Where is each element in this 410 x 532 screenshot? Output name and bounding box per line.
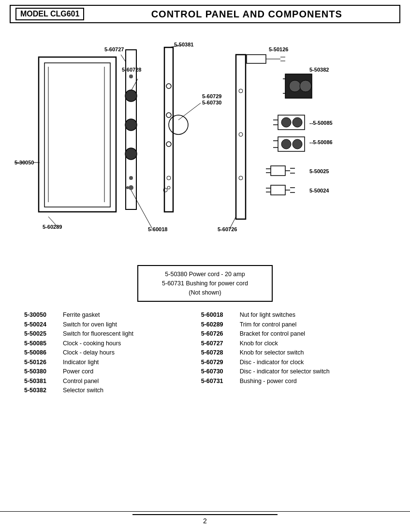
svg-line-16 xyxy=(132,79,138,90)
part-desc: Bushing - power cord xyxy=(240,377,386,386)
svg-point-9 xyxy=(125,119,137,131)
svg-point-38 xyxy=(289,80,301,92)
svg-rect-1 xyxy=(44,63,110,207)
part-number: 5-50381 xyxy=(24,377,63,386)
part-desc: Selector switch xyxy=(63,386,201,396)
svg-point-39 xyxy=(300,80,311,92)
part-number: 5-60730 xyxy=(201,367,240,377)
diagram-area: 5-60289 5-30050 5-60727 5-60728 xyxy=(10,28,400,260)
svg-point-24 xyxy=(167,186,170,189)
part-number: 5-60731 xyxy=(201,377,240,386)
svg-point-20 xyxy=(166,113,171,118)
svg-rect-28 xyxy=(236,55,246,219)
part-desc: Switch for fluorescent light xyxy=(63,329,201,339)
header: MODEL CLG601 CONTROL PANEL AND COMPONENT… xyxy=(10,5,400,23)
label-5-60728: 5-60728 xyxy=(122,67,141,73)
svg-line-15 xyxy=(121,55,126,62)
part-desc: Ferrite gasket xyxy=(63,310,201,320)
part-number: 5-50382 xyxy=(24,386,63,396)
note-line3: (Not shown) xyxy=(144,288,266,297)
svg-point-14 xyxy=(126,186,129,189)
svg-point-49 xyxy=(293,139,302,149)
model-label: MODEL CLG601 xyxy=(15,8,84,20)
parts-diagram: 5-60289 5-30050 5-60727 5-60728 xyxy=(10,28,400,260)
table-row: 5-50085Clock - cooking hours5-60727Knob … xyxy=(24,339,386,349)
svg-point-48 xyxy=(281,139,291,149)
part-number: 5-60289 xyxy=(201,320,240,330)
svg-point-10 xyxy=(125,148,137,160)
part-desc: Indicator light xyxy=(63,358,201,368)
svg-point-13 xyxy=(129,185,133,190)
part-desc: Power cord xyxy=(63,367,201,377)
svg-point-21 xyxy=(166,142,171,147)
label-5-50085: --5-50085 xyxy=(309,120,333,126)
part-desc: Nut for light switches xyxy=(240,310,386,320)
footer: 2 xyxy=(0,511,410,525)
table-row: 5-30050Ferrite gasket5-60018Nut for ligh… xyxy=(24,310,386,320)
part-desc: Clock - delay hours xyxy=(63,348,201,358)
svg-line-27 xyxy=(178,103,201,120)
svg-point-44 xyxy=(293,118,302,127)
table-row: 5-50025Switch for fluorescent light5-607… xyxy=(24,329,386,339)
part-number: 5-60729 xyxy=(201,358,240,368)
part-desc: Knob for selector switch xyxy=(240,348,386,358)
label-5-50381: 5-50381 xyxy=(174,42,193,47)
svg-rect-18 xyxy=(164,47,173,212)
label-5-60730: 5-60730 xyxy=(202,100,221,105)
part-number: 5-50025 xyxy=(24,329,63,339)
svg-point-30 xyxy=(239,133,243,136)
part-desc: Trim for control panel xyxy=(240,320,386,330)
part-desc: Control panel xyxy=(63,377,201,386)
part-number: 5-60018 xyxy=(201,310,240,320)
svg-rect-33 xyxy=(247,55,266,63)
part-desc: Clock - cooking hours xyxy=(63,339,201,349)
svg-point-23 xyxy=(167,176,171,180)
label-5-60726: 5-60726 xyxy=(218,226,237,232)
svg-rect-52 xyxy=(271,166,285,176)
label-5-50024: 5-50024 xyxy=(309,188,329,193)
parts-table: 5-30050Ferrite gasket5-60018Nut for ligh… xyxy=(24,310,386,396)
part-desc: Disc - indicator for selector switch xyxy=(240,367,386,377)
page-container: MODEL CLG601 CONTROL PANEL AND COMPONENT… xyxy=(0,0,410,532)
label-5-50086: --5-50086 xyxy=(309,139,333,145)
svg-point-8 xyxy=(125,90,137,102)
part-desc: Bracket for control panel xyxy=(240,329,386,339)
svg-point-22 xyxy=(169,115,188,134)
svg-point-43 xyxy=(281,118,291,127)
part-desc: Knob for clock xyxy=(240,339,386,349)
table-row: 5-50381Control panel5-60731Bushing - pow… xyxy=(24,377,386,386)
label-5-60289: 5-60289 xyxy=(43,224,62,230)
table-row: 5-50382Selector switch xyxy=(24,386,386,396)
page-title: CONTROL PANEL AND COMPONENTS xyxy=(99,9,395,20)
svg-point-19 xyxy=(166,84,171,89)
label-5-50025: 5-50025 xyxy=(309,168,329,174)
part-number: 5-50126 xyxy=(24,358,63,368)
table-row: 5-50126Indicator light5-60729Disc - indi… xyxy=(24,358,386,368)
footer-line xyxy=(132,514,278,515)
part-number: 5-60726 xyxy=(201,329,240,339)
label-5-50126: 5-50126 xyxy=(269,46,288,52)
part-number: 5-50086 xyxy=(24,348,63,358)
label-5-60729: 5-60729 xyxy=(202,93,221,99)
note-box: 5-50380 Power cord - 20 amp 5-60731 Bush… xyxy=(137,265,273,302)
svg-point-12 xyxy=(129,176,133,180)
part-number: 5-50085 xyxy=(24,339,63,349)
parts-list: 5-30050Ferrite gasket5-60018Nut for ligh… xyxy=(10,310,400,396)
part-number: 5-60728 xyxy=(201,348,240,358)
note-line1: 5-50380 Power cord - 20 amp xyxy=(144,270,266,279)
part-number: 5-30050 xyxy=(24,310,63,320)
svg-point-31 xyxy=(239,176,243,180)
note-line2: 5-60731 Bushing for power cord xyxy=(144,279,266,288)
label-5-50382: 5-50382 xyxy=(309,67,329,73)
svg-rect-58 xyxy=(271,185,285,195)
svg-point-11 xyxy=(129,74,133,78)
page-number: 2 xyxy=(203,517,207,525)
part-desc: Disc - indicator for clock xyxy=(240,358,386,368)
table-row: 5-50380Power cord5-60730Disc - indicator… xyxy=(24,367,386,377)
part-number: 5-60727 xyxy=(201,339,240,349)
table-row: 5-50024Switch for oven light5-60289Trim … xyxy=(24,320,386,330)
table-row: 5-50086Clock - delay hours5-60728Knob fo… xyxy=(24,348,386,358)
label-5-60727: 5-60727 xyxy=(104,46,124,52)
part-number: 5-50024 xyxy=(24,320,63,330)
part-desc: Switch for oven light xyxy=(63,320,201,330)
